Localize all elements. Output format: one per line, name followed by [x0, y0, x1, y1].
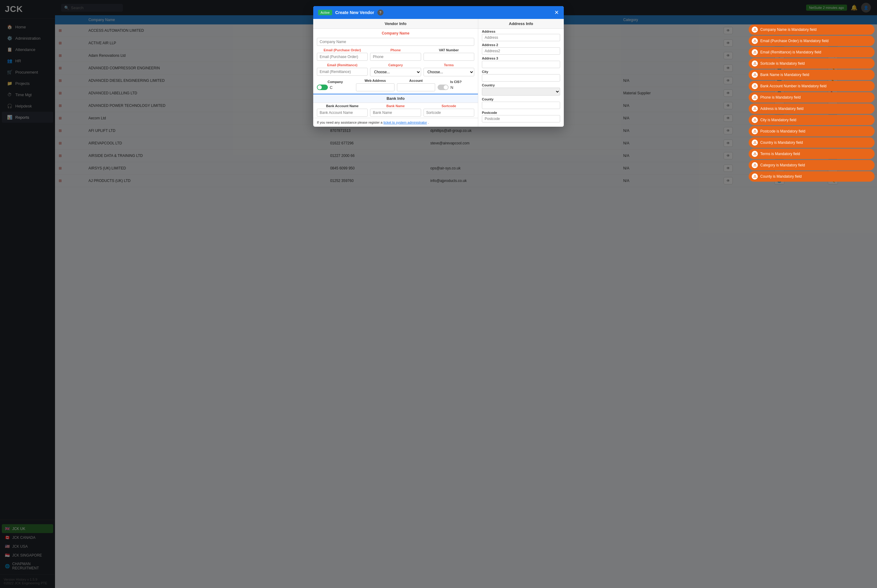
city-input[interactable] [482, 74, 560, 81]
modal-close-button[interactable]: ✕ [554, 9, 559, 16]
email-phone-vat-row: Email (Purchase Order) Phone VAT Number … [313, 47, 478, 62]
warning-icon: ⚠ [752, 173, 758, 180]
web-address-input[interactable]: https:// [356, 83, 394, 91]
email-po-group: Email (Purchase Order) [317, 48, 368, 61]
county-group: County [478, 96, 564, 110]
warning-text: Email (Purchase Order) is Mandatory fiel… [760, 39, 829, 43]
ticket-link[interactable]: ticket to system administrator [384, 121, 427, 124]
address-group: Address [478, 29, 564, 42]
warning-icon: ⚠ [752, 162, 758, 168]
warning-icon: ⚠ [752, 49, 758, 55]
email-rem-input[interactable] [317, 68, 368, 76]
web-address-label: Web Address [356, 79, 394, 82]
active-badge: Active [318, 10, 332, 15]
modal-overlay[interactable]: Active Create New Vendor ? ✕ Vendor Info… [0, 0, 877, 588]
address3-label: Address 3 [482, 57, 560, 60]
is-cis-group: Is CIS? N [438, 80, 474, 90]
phone-label: Phone [370, 48, 421, 52]
county-label: County [482, 98, 560, 101]
web-address-group: Web Address https:// [356, 79, 394, 91]
vendor-info-panel: Vendor Info Company Name Email (Purchase… [313, 19, 478, 127]
warning-icon: ⚠ [752, 140, 758, 146]
bank-info-title: Bank Info [313, 94, 478, 103]
postcode-input[interactable] [482, 115, 560, 122]
bank-name-label: Bank Name [370, 104, 421, 108]
warning-text: City is Mandatory field [760, 118, 796, 122]
warning-icon: ⚠ [752, 38, 758, 44]
category-label: Category [370, 63, 421, 67]
warning-icon: ⚠ [752, 83, 758, 89]
warning-county: ⚠ County is Mandatory field [749, 171, 874, 182]
bank-account-name-group: Bank Account Name [317, 104, 368, 117]
terms-select[interactable]: Choose... [424, 68, 474, 76]
form-footer: If you need any assistance please regist… [313, 118, 478, 127]
address3-group: Address 3 [478, 56, 564, 69]
warning-icon: ⚠ [752, 128, 758, 134]
company-toggle-value: C [330, 85, 332, 90]
postcode-label: Postcode [482, 111, 560, 114]
vat-group: VAT Number N/A [424, 48, 474, 61]
warning-text: Country is Mandatory field [760, 140, 803, 145]
city-label: City [482, 70, 560, 74]
warning-company-name: ⚠ Company Name is Mandatory field [749, 24, 874, 35]
bank-info-section: Bank Info Bank Account Name Bank Name So… [313, 94, 478, 118]
address2-input[interactable] [482, 47, 560, 55]
warning-bank-account-number: ⚠ Bank Account Number is Mandatory field [749, 81, 874, 91]
account-label: Account [397, 79, 435, 82]
terms-group: Terms Choose... [424, 63, 474, 76]
email-rem-label: Email (Remittance) [317, 63, 368, 67]
county-input[interactable] [482, 102, 560, 109]
warning-icon: ⚠ [752, 27, 758, 33]
bank-account-name-label: Bank Account Name [317, 104, 368, 108]
warning-address: ⚠ Address is Mandatory field [749, 104, 874, 114]
warning-text: Terms is Mandatory field [760, 152, 800, 156]
vat-input[interactable]: N/A [424, 53, 474, 61]
warning-sortcode: ⚠ Sortcode is Mandatory field [749, 58, 874, 69]
warning-phone: ⚠ Phone is Mandatory field [749, 92, 874, 103]
email-po-input[interactable] [317, 53, 368, 61]
is-cis-toggle[interactable] [438, 85, 448, 90]
warning-icon: ⚠ [752, 106, 758, 112]
modal-title: Create New Vendor [335, 10, 375, 15]
bank-name-group: Bank Name [370, 104, 421, 117]
phone-input[interactable] [370, 53, 421, 61]
warning-text: Category is Mandatory field [760, 163, 805, 167]
warning-icon: ⚠ [752, 94, 758, 100]
vendor-info-title: Vendor Info [313, 19, 478, 29]
modal-header: Active Create New Vendor ? ✕ [313, 6, 564, 19]
warning-text: Bank Account Number is Mandatory field [760, 84, 827, 88]
is-cis-label: Is CIS? [438, 80, 474, 84]
address-info-title: Address Info [478, 19, 564, 29]
category-group: Category Choose... [370, 63, 421, 76]
help-icon[interactable]: ? [378, 9, 384, 16]
country-select-container [482, 88, 560, 96]
warning-country: ⚠ Country is Mandatory field [749, 137, 874, 148]
country-select[interactable] [482, 88, 560, 96]
address3-input[interactable] [482, 61, 560, 68]
bank-name-input[interactable] [370, 109, 421, 117]
company-name-section-title: Company Name [313, 29, 478, 37]
account-input[interactable] [397, 83, 435, 91]
warning-text: Address is Mandatory field [760, 106, 803, 111]
sortcode-group: Sortcode [424, 104, 474, 117]
bank-account-name-input[interactable] [317, 109, 368, 117]
warning-text: County is Mandatory field [760, 174, 802, 178]
warning-terms: ⚠ Terms is Mandatory field [749, 148, 874, 159]
company-name-input[interactable] [317, 38, 474, 46]
address-input[interactable] [482, 34, 560, 41]
company-toggle-label: Company [317, 80, 354, 84]
warning-icon: ⚠ [752, 60, 758, 66]
is-cis-value: N [450, 85, 453, 90]
vat-label: VAT Number [424, 48, 474, 52]
address2-group: Address 2 [478, 42, 564, 56]
category-select[interactable]: Choose... [370, 68, 421, 76]
city-group: City [478, 69, 564, 82]
country-group: Country [478, 82, 564, 96]
sortcode-input[interactable] [424, 109, 474, 117]
email-po-label: Email (Purchase Order) [317, 48, 368, 52]
warning-city: ⚠ City is Mandatory field [749, 115, 874, 125]
phone-group: Phone [370, 48, 421, 61]
warning-text: Postcode is Mandatory field [760, 129, 805, 134]
company-toggle[interactable] [317, 85, 328, 90]
company-name-row [313, 37, 478, 47]
